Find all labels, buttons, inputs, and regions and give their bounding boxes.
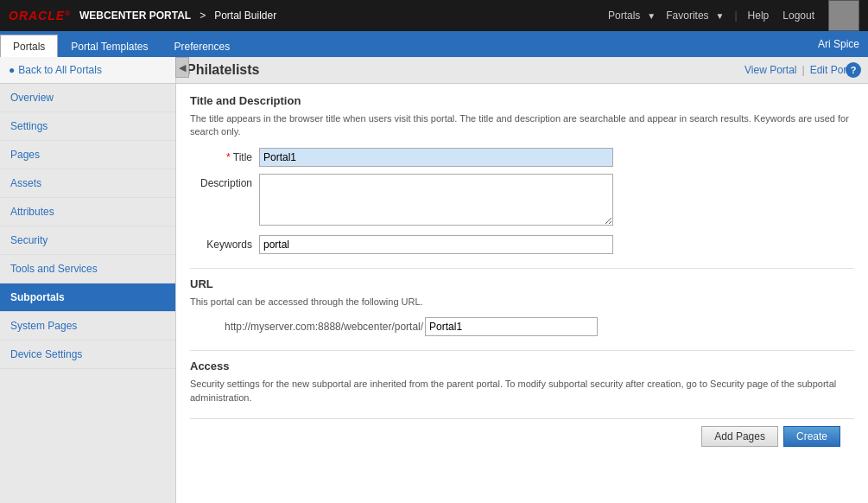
title-desc-description: The title appears in the browser title w… <box>190 112 854 139</box>
keywords-field-row: Keywords <box>190 235 854 254</box>
sidebar-item-device-settings[interactable]: Device Settings <box>0 341 175 369</box>
favorites-menu[interactable]: Favorites <box>666 10 708 22</box>
create-button[interactable]: Create <box>783 426 840 447</box>
keywords-input[interactable] <box>259 235 613 254</box>
sidebar-item-security[interactable]: Security <box>0 226 175 255</box>
keywords-input-wrapper <box>259 235 613 254</box>
content-body: Title and Description The title appears … <box>176 84 868 464</box>
header-divider: | <box>734 10 737 22</box>
url-prefix-text: http://myserver.com:8888/webcenter/porta… <box>225 321 423 333</box>
url-heading: URL <box>190 277 854 290</box>
url-description: This portal can be accessed through the … <box>190 296 854 309</box>
app-wrapper: ORACLE® WEBCENTER PORTAL > Portal Builde… <box>0 0 868 503</box>
bottom-buttons: Add Pages Create <box>190 418 854 454</box>
sidebar-item-subportals[interactable]: Subportals <box>0 283 175 312</box>
view-portal-link[interactable]: View Portal <box>744 64 796 76</box>
access-section: Access Security settings for the new sub… <box>190 360 854 404</box>
header-left: ORACLE® WEBCENTER PORTAL > Portal Builde… <box>9 9 276 22</box>
add-pages-button[interactable]: Add Pages <box>701 426 778 447</box>
title-label: * Title <box>190 148 259 163</box>
oracle-logo: ORACLE® <box>9 9 71 22</box>
access-heading: Access <box>190 360 854 372</box>
description-field-row: Description <box>190 174 854 228</box>
header-separator: > <box>200 10 206 22</box>
sidebar-item-overview[interactable]: Overview <box>0 84 175 112</box>
sidebar-item-pages[interactable]: Pages <box>0 141 175 169</box>
sidebar-item-system-pages[interactable]: System Pages <box>0 312 175 341</box>
tab-preferences[interactable]: Preferences <box>162 35 244 57</box>
logged-in-user: Ari Spice <box>818 38 859 50</box>
access-description: Security settings for the new subportal … <box>190 378 854 404</box>
url-suffix-wrapper <box>425 317 598 336</box>
main-layout: ● Back to All Portals Overview Settings … <box>0 57 868 503</box>
favorites-dropdown-icon[interactable]: ▼ <box>716 11 725 21</box>
title-field-row: * Title <box>190 148 854 167</box>
header-bar: ORACLE® WEBCENTER PORTAL > Portal Builde… <box>0 0 868 31</box>
description-input-wrapper <box>259 174 613 228</box>
description-label: Description <box>190 174 259 189</box>
portal-builder-text: Portal Builder <box>214 10 276 22</box>
header-right: Portals ▼ Favorites ▼ | Help Logout <box>608 0 859 31</box>
title-description-section: Title and Description The title appears … <box>190 94 854 254</box>
sidebar-item-attributes[interactable]: Attributes <box>0 198 175 226</box>
description-textarea[interactable] <box>259 174 613 226</box>
sidebar: ● Back to All Portals Overview Settings … <box>0 57 176 503</box>
webcenter-portal-text: WEBCENTER PORTAL <box>79 10 191 22</box>
title-desc-heading: Title and Description <box>190 94 854 107</box>
help-link[interactable]: Help <box>748 10 770 22</box>
divider-1 <box>190 268 854 269</box>
content-header-actions: View Portal | Edit Portal <box>744 64 858 76</box>
back-to-portals-link[interactable]: ● Back to All Portals <box>0 57 175 84</box>
title-input[interactable] <box>259 148 613 167</box>
portals-menu[interactable]: Portals <box>608 10 640 22</box>
nav-tabs-left: Portals Portal Templates Preferences <box>0 35 243 57</box>
url-section: URL This portal can be accessed through … <box>190 277 854 336</box>
tab-portals[interactable]: Portals <box>0 35 58 57</box>
content-header: Philatelists View Portal | Edit Portal ? <box>176 57 868 84</box>
sidebar-item-tools-and-services[interactable]: Tools and Services <box>0 255 175 283</box>
portals-dropdown-icon[interactable]: ▼ <box>647 11 656 21</box>
keywords-label: Keywords <box>190 235 259 251</box>
divider-2 <box>190 350 854 351</box>
nav-tabs-right: Ari Spice <box>818 31 868 57</box>
back-arrow-icon: ● <box>9 64 15 76</box>
sidebar-item-assets[interactable]: Assets <box>0 169 175 198</box>
content-area: Philatelists View Portal | Edit Portal ?… <box>176 57 868 503</box>
help-icon[interactable]: ? <box>846 62 861 78</box>
avatar <box>828 0 859 31</box>
title-input-wrapper <box>259 148 613 167</box>
nav-tabs: Portals Portal Templates Preferences Ari… <box>0 31 868 57</box>
action-separator: | <box>802 64 805 76</box>
sidebar-item-settings[interactable]: Settings <box>0 112 175 141</box>
url-row: http://myserver.com:8888/webcenter/porta… <box>225 317 854 336</box>
tab-portal-templates[interactable]: Portal Templates <box>58 35 161 57</box>
portal-name-heading: Philatelists <box>187 62 259 78</box>
back-to-portals-label: Back to All Portals <box>18 64 102 76</box>
collapse-sidebar-button[interactable]: ◀ <box>175 57 189 78</box>
url-suffix-input[interactable] <box>425 317 598 336</box>
logout-link[interactable]: Logout <box>782 10 814 22</box>
